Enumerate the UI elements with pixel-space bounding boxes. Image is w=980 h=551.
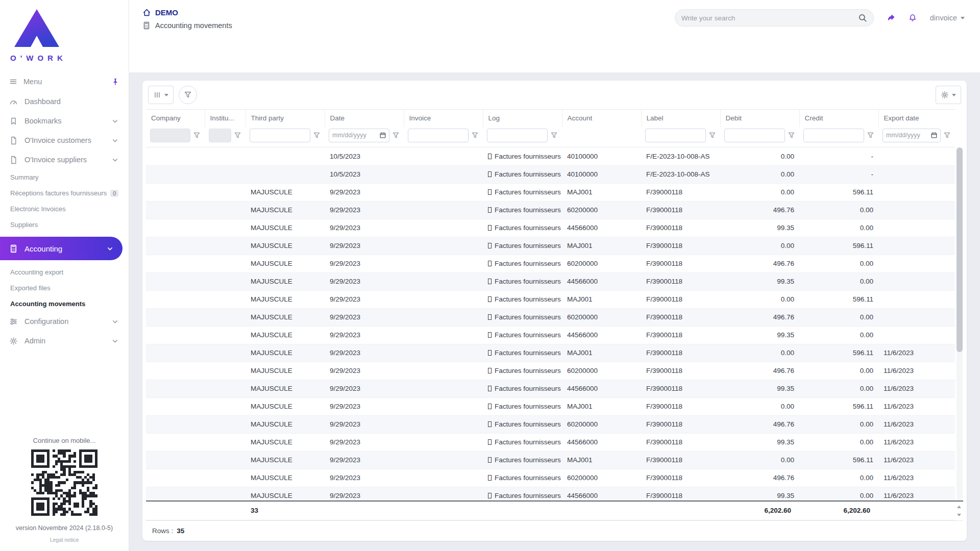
sidebar-menu-toggle[interactable]: Menu — [0, 71, 129, 92]
sidebar-item-label: O'Invoice customers — [24, 136, 91, 144]
sidebar-item-exported-files[interactable]: Exported files — [0, 280, 129, 296]
funnel-icon[interactable] — [193, 132, 201, 139]
env-label[interactable]: DEMO — [155, 8, 178, 17]
filter-label-input[interactable] — [645, 129, 706, 142]
col-header-account[interactable]: Account — [562, 110, 641, 127]
calculator-icon — [9, 244, 18, 253]
sidebar-item-accounting[interactable]: Accounting — [0, 237, 122, 260]
filter-toggle-button[interactable] — [179, 86, 197, 104]
table-row[interactable]: 10/5/2023Factures fournisseurs40100000F/… — [146, 147, 955, 165]
table-row[interactable]: MAJUSCULE9/29/2023Factures fournisseurs4… — [146, 487, 955, 500]
table-row[interactable]: MAJUSCULE9/29/2023Factures fournisseurs6… — [146, 201, 955, 219]
funnel-icon[interactable] — [943, 132, 951, 139]
table-row[interactable]: MAJUSCULE9/29/2023Factures fournisseurs4… — [146, 272, 955, 290]
filter-invoice-input[interactable] — [408, 129, 469, 142]
filter-row — [146, 127, 955, 147]
sidebar-item-suppliers[interactable]: Suppliers — [0, 217, 129, 233]
sidebar-item-electronic-invoices[interactable]: Electronic Invoices — [0, 201, 129, 217]
table-row[interactable]: MAJUSCULE9/29/2023Factures fournisseurs4… — [146, 219, 955, 237]
filter-debit-input[interactable] — [724, 129, 785, 142]
table-row[interactable]: 10/5/2023Factures fournisseurs40100000F/… — [146, 165, 955, 183]
log-glyph-icon — [488, 243, 492, 248]
col-header-log[interactable]: Log — [483, 110, 562, 127]
legal-notice-link[interactable]: Legal notice — [0, 537, 129, 543]
table-row[interactable]: MAJUSCULE9/29/2023Factures fournisseurs6… — [146, 415, 955, 433]
scrollbar-thumb[interactable] — [957, 147, 963, 352]
topbar: DEMO Accounting movements dinvoice — [129, 0, 980, 72]
grid-settings-button[interactable] — [936, 86, 961, 104]
col-header-company[interactable]: Company — [146, 110, 205, 127]
table-row[interactable]: MAJUSCULE9/29/2023Factures fournisseursM… — [146, 237, 955, 255]
sidebar-item-label: O'Invoice suppliers — [24, 156, 87, 164]
search-input[interactable] — [681, 14, 858, 22]
col-header-third-party[interactable]: Third party — [246, 110, 325, 127]
sidebar-item-configuration[interactable]: Configuration — [0, 312, 129, 331]
mobile-block: Continue on mobile... version Novembre 2… — [0, 437, 129, 551]
table-row[interactable]: MAJUSCULE9/29/2023Factures fournisseurs6… — [146, 469, 955, 487]
grid-card: Company Institu... Third party Date Invo… — [142, 81, 967, 541]
bookmark-icon — [9, 117, 18, 126]
sidebar-item-admin[interactable]: Admin — [0, 331, 129, 350]
search-icon[interactable] — [858, 13, 867, 22]
funnel-icon[interactable] — [550, 132, 558, 139]
table-row[interactable]: MAJUSCULE9/29/2023Factures fournisseurs4… — [146, 380, 955, 397]
filter-log-input[interactable] — [487, 129, 548, 142]
funnel-icon[interactable] — [867, 132, 874, 139]
sidebar-item-summary[interactable]: Summary — [0, 169, 129, 185]
app-logo: O'WORK — [0, 0, 129, 64]
col-header-date[interactable]: Date — [325, 110, 404, 127]
table-row[interactable]: MAJUSCULE9/29/2023Factures fournisseursM… — [146, 344, 955, 362]
table-row[interactable]: MAJUSCULE9/29/2023Factures fournisseurs4… — [146, 326, 955, 344]
table-row[interactable]: MAJUSCULE9/29/2023Factures fournisseursM… — [146, 183, 955, 201]
logo-mark-icon — [10, 8, 63, 48]
filter-third-party-input[interactable] — [250, 129, 310, 142]
pin-sidebar-icon[interactable] — [111, 78, 119, 86]
sidebar-item-accounting-export[interactable]: Accounting export — [0, 264, 129, 280]
filter-credit-input[interactable] — [803, 129, 864, 142]
col-header-debit[interactable]: Debit — [720, 110, 799, 127]
user-menu[interactable]: dinvoice — [930, 14, 965, 22]
table-row[interactable]: MAJUSCULE9/29/2023Factures fournisseurs6… — [146, 255, 955, 272]
scroll-up-arrow-icon[interactable] — [957, 504, 961, 508]
table-row[interactable]: MAJUSCULE9/29/2023Factures fournisseurs6… — [146, 362, 955, 380]
funnel-icon[interactable] — [708, 132, 716, 139]
share-icon[interactable] — [887, 14, 895, 22]
chevron-down-icon — [111, 337, 119, 345]
table-row[interactable]: MAJUSCULE9/29/2023Factures fournisseurs6… — [146, 308, 955, 326]
notifications-bell-icon[interactable] — [909, 14, 917, 22]
brand-wordmark: O'WORK — [10, 54, 129, 62]
funnel-icon[interactable] — [234, 132, 241, 139]
col-header-export-date[interactable]: Export date — [878, 110, 955, 127]
home-icon[interactable] — [142, 8, 151, 17]
grid-body: 10/5/2023Factures fournisseurs40100000F/… — [146, 147, 955, 500]
funnel-icon[interactable] — [392, 132, 400, 139]
log-glyph-icon — [488, 332, 492, 338]
sidebar-item-oinvoice-suppliers[interactable]: O'Invoice suppliers — [0, 150, 129, 169]
scroll-down-arrow-icon[interactable] — [957, 514, 961, 518]
sidebar-item-oinvoice-customers[interactable]: O'Invoice customers — [0, 131, 129, 150]
table-row[interactable]: MAJUSCULE9/29/2023Factures fournisseurs4… — [146, 433, 955, 451]
sidebar-item-receptions[interactable]: Réceptions factures fournisseurs 0 — [0, 185, 129, 201]
col-header-invoice[interactable]: Invoice — [404, 110, 483, 127]
funnel-icon[interactable] — [788, 132, 795, 139]
funnel-icon[interactable] — [471, 132, 479, 139]
table-row[interactable]: MAJUSCULE9/29/2023Factures fournisseursM… — [146, 290, 955, 308]
col-header-institution[interactable]: Institu... — [205, 110, 246, 127]
log-glyph-icon — [488, 386, 492, 391]
vertical-scrollbar[interactable] — [957, 147, 963, 500]
sidebar-item-accounting-movements[interactable]: Accounting movements — [0, 296, 129, 312]
table-row[interactable]: MAJUSCULE9/29/2023Factures fournisseursM… — [146, 397, 955, 415]
filter-institution-input — [209, 129, 231, 142]
calendar-icon[interactable] — [930, 132, 938, 139]
grid-toolbar — [146, 81, 963, 109]
col-header-label[interactable]: Label — [641, 110, 720, 127]
col-header-credit[interactable]: Credit — [799, 110, 878, 127]
table-row[interactable]: MAJUSCULE9/29/2023Factures fournisseursM… — [146, 451, 955, 469]
columns-icon — [153, 91, 161, 99]
sidebar-item-dashboard[interactable]: Dashboard — [0, 92, 129, 111]
funnel-icon[interactable] — [313, 132, 321, 139]
sidebar-item-label: Bookmarks — [24, 117, 62, 125]
column-chooser-button[interactable] — [148, 86, 174, 104]
sidebar-item-bookmarks[interactable]: Bookmarks — [0, 111, 129, 131]
calendar-icon[interactable] — [379, 132, 386, 139]
